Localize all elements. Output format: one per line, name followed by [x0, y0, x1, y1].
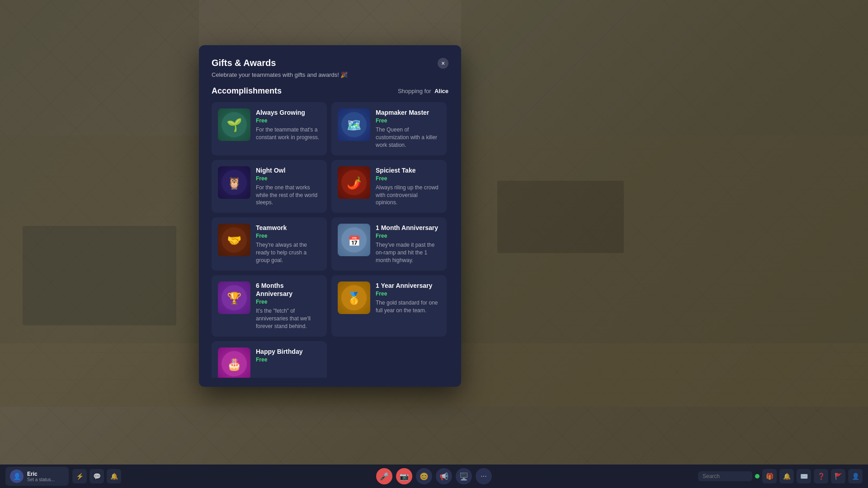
award-name: Always Growing: [256, 108, 321, 117]
award-icon-always-growing: 🌱: [218, 108, 250, 141]
award-info-happy-birthday: Happy Birthday Free: [256, 347, 321, 365]
shopping-for-label: Shopping for Alice: [398, 88, 448, 94]
gifts-awards-modal: Gifts & Awards × Celebrate your teammate…: [199, 45, 461, 387]
section-title: Accomplishments: [212, 86, 282, 96]
taskbar-center: 🎤 📷 😊 📢 🖥️ ···: [376, 468, 492, 484]
shopping-for-name: Alice: [434, 88, 448, 94]
award-card-mapmaker-master[interactable]: 🗺️ Mapmaker Master Free The Queen of cus…: [331, 102, 447, 155]
award-icon-happy-birthday: 🎂: [218, 347, 250, 378]
award-name: 1 Month Anniversary: [376, 224, 440, 232]
flag-icon-btn[interactable]: 🚩: [831, 469, 845, 483]
modal-title: Gifts & Awards: [212, 58, 276, 68]
award-icon-spiciest-take: 🌶️: [338, 166, 370, 199]
award-price: Free: [376, 233, 440, 239]
award-card-spiciest-take[interactable]: 🌶️ Spiciest Take Free Always riling up t…: [331, 160, 447, 213]
award-price: Free: [256, 233, 321, 239]
award-price: Free: [256, 357, 321, 363]
award-info-spiciest-take: Spiciest Take Free Always riling up the …: [376, 166, 440, 207]
award-price: Free: [376, 117, 440, 124]
award-card-teamwork[interactable]: 🤝 Teamwork Free They're always at the re…: [212, 217, 327, 271]
award-icon-teamwork: 🤝: [218, 224, 250, 256]
taskbar-user: 👤 Eric Set a status...: [5, 467, 69, 486]
more-btn[interactable]: ···: [476, 468, 492, 484]
emoji-btn[interactable]: 😊: [416, 468, 432, 484]
svg-text:🥇: 🥇: [347, 291, 362, 305]
search-input[interactable]: [698, 471, 752, 481]
award-info-mapmaker-master: Mapmaker Master Free The Queen of custom…: [376, 108, 440, 149]
award-name: Spiciest Take: [376, 166, 440, 174]
award-info-1-month-anniversary: 1 Month Anniversary Free They've made it…: [376, 224, 440, 264]
svg-text:🏆: 🏆: [227, 291, 242, 305]
award-description: They've made it past the on-ramp and hit…: [376, 241, 440, 264]
taskbar: 👤 Eric Set a status... ⚡ 💬 🔔 🎤 📷 😊 📢 🖥️ …: [0, 465, 868, 488]
award-description: For the teammate that's a constant work …: [256, 126, 321, 141]
award-icon-1-month-anniversary: 📅: [338, 224, 370, 256]
award-info-1-year-anniversary: 1 Year Anniversary Free The gold standar…: [376, 282, 440, 314]
close-button[interactable]: ×: [438, 58, 448, 69]
svg-text:📅: 📅: [348, 235, 361, 247]
cam-mute-btn[interactable]: 📷: [396, 468, 412, 484]
svg-text:🌱: 🌱: [226, 117, 242, 132]
award-info-night-owl: Night Owl Free For the one that works wh…: [256, 166, 321, 207]
lightning-icon-btn[interactable]: ⚡: [72, 469, 87, 483]
award-price: Free: [376, 291, 440, 297]
award-name: 1 Year Anniversary: [376, 282, 440, 290]
taskbar-icons: ⚡ 💬 🔔: [72, 469, 121, 483]
award-icon-night-owl: 🦉: [218, 166, 250, 199]
award-icon-1-year-anniversary: 🥇: [338, 282, 370, 314]
award-price: Free: [376, 175, 440, 182]
award-info-always-growing: Always Growing Free For the teammate tha…: [256, 108, 321, 141]
svg-text:🦉: 🦉: [227, 176, 242, 190]
award-card-always-growing[interactable]: 🌱 Always Growing Free For the teammate t…: [212, 102, 327, 155]
section-header: Accomplishments Shopping for Alice: [212, 86, 448, 96]
gift-icon-btn[interactable]: 🎁: [762, 469, 777, 483]
award-name: Mapmaker Master: [376, 108, 440, 117]
award-card-1-month-anniversary[interactable]: 📅 1 Month Anniversary Free They've made …: [331, 217, 447, 271]
award-price: Free: [256, 299, 321, 305]
svg-text:🌶️: 🌶️: [347, 176, 362, 190]
award-name: 6 Months Anniversary: [256, 282, 321, 298]
notification-icon-btn[interactable]: 🔔: [107, 469, 121, 483]
award-card-1-year-anniversary[interactable]: 🥇 1 Year Anniversary Free The gold stand…: [331, 275, 447, 337]
chat-icon-btn[interactable]: 💬: [90, 469, 104, 483]
award-description: They're always at the ready to help crus…: [256, 241, 321, 264]
award-name: Happy Birthday: [256, 347, 321, 356]
award-description: The gold standard for one full year on t…: [376, 299, 440, 314]
awards-grid: 🌱 Always Growing Free For the teammate t…: [212, 102, 448, 378]
speaker-btn[interactable]: 📢: [436, 468, 452, 484]
taskbar-username: Eric: [27, 471, 55, 477]
award-price: Free: [256, 175, 321, 182]
bell-icon-btn[interactable]: 🔔: [779, 469, 794, 483]
award-description: The Queen of customization with a killer…: [376, 126, 440, 149]
modal-header: Gifts & Awards ×: [212, 58, 448, 69]
award-name: Night Owl: [256, 166, 321, 174]
award-description: For the one that works while the rest of…: [256, 184, 321, 206]
award-description: Always riling up the crowd with controve…: [376, 184, 440, 206]
award-info-teamwork: Teamwork Free They're always at the read…: [256, 224, 321, 264]
user-avatar: 👤: [10, 469, 24, 483]
award-info-6-months-anniversary: 6 Months Anniversary Free It's the "fetc…: [256, 282, 321, 330]
mail-icon-btn[interactable]: ✉️: [797, 469, 811, 483]
svg-text:🤝: 🤝: [227, 233, 242, 248]
award-description: It's the "fetch" of anniversaries that w…: [256, 307, 321, 330]
taskbar-right: 🎁 🔔 ✉️ ❓ 🚩 👤: [698, 469, 863, 483]
award-card-6-months-anniversary[interactable]: 🏆 6 Months Anniversary Free It's the "fe…: [212, 275, 327, 337]
status-indicator: [755, 474, 760, 479]
award-icon-mapmaker-master: 🗺️: [338, 108, 370, 141]
svg-text:🎂: 🎂: [227, 357, 242, 371]
screen-btn[interactable]: 🖥️: [456, 468, 472, 484]
svg-text:🗺️: 🗺️: [347, 118, 362, 132]
mic-mute-btn[interactable]: 🎤: [376, 468, 392, 484]
modal-subtitle: Celebrate your teammates with gifts and …: [212, 71, 448, 78]
award-card-happy-birthday[interactable]: 🎂 Happy Birthday Free: [212, 341, 327, 378]
taskbar-status: Set a status...: [27, 477, 55, 482]
award-card-night-owl[interactable]: 🦉 Night Owl Free For the one that works …: [212, 160, 327, 213]
help-icon-btn[interactable]: ❓: [814, 469, 828, 483]
award-name: Teamwork: [256, 224, 321, 232]
award-icon-6-months-anniversary: 🏆: [218, 282, 250, 314]
user-icon-btn[interactable]: 👤: [848, 469, 863, 483]
award-price: Free: [256, 117, 321, 124]
